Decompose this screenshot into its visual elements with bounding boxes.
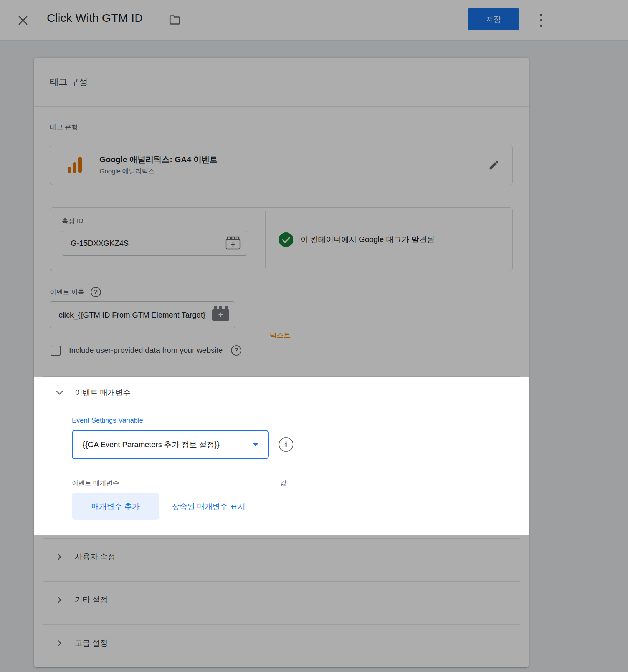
info-icon[interactable]: i (279, 437, 293, 452)
divider (43, 376, 520, 377)
more-options-icon[interactable] (534, 11, 549, 30)
event-name-input-group: + (50, 301, 235, 328)
measurement-label: 측정 ID (62, 217, 83, 226)
page-title[interactable]: Click With GTM ID (47, 12, 148, 30)
measurement-box: 측정 ID 이 컨테이너에서 Google 태그가 발견됨 (50, 207, 513, 271)
user-data-row: Include user-provided data from your web… (51, 345, 241, 356)
chevron-right-icon (55, 595, 64, 604)
esv-dropdown[interactable]: {{GA Event Parameters 추가 정보 설정}} (72, 430, 269, 459)
chevron-down-icon (55, 388, 64, 397)
divider (265, 211, 266, 268)
help-icon[interactable]: ? (91, 287, 101, 297)
tag-type-box[interactable]: Google 애널리틱스: GA4 이벤트 Google 애널리틱스 (50, 145, 513, 185)
dropdown-caret-icon (253, 443, 259, 446)
add-parameter-button[interactable]: 매개변수 추가 (72, 493, 159, 520)
edit-icon[interactable] (476, 159, 512, 171)
close-icon[interactable] (15, 13, 31, 28)
variable-brick-icon[interactable]: + (207, 302, 235, 328)
divider (43, 581, 520, 582)
user-data-checkbox[interactable] (51, 346, 61, 356)
chevron-right-icon (55, 552, 64, 562)
folder-icon[interactable] (168, 13, 182, 27)
event-params-title: 이벤트 매개변수 (75, 387, 131, 398)
divider (43, 538, 520, 539)
event-name-input[interactable] (50, 302, 207, 328)
tag-type-label: 태그 유형 (50, 123, 78, 132)
user-data-label: Include user-provided data from your web… (69, 346, 223, 355)
top-bar: Click With GTM ID 저장 (0, 0, 628, 41)
text-type-toggle[interactable]: 텍스트 (270, 331, 291, 341)
card-title: 태그 구성 (50, 76, 88, 88)
section-label: 사용자 속성 (75, 552, 116, 562)
divider (34, 106, 529, 107)
tag-type-text: Google 애널리틱스: GA4 이벤트 Google 애널리틱스 (99, 154, 476, 176)
tag-config-card: 태그 구성 태그 유형 Google 애널리틱스: GA4 이벤트 Google… (34, 58, 529, 667)
check-circle-icon (278, 232, 294, 247)
measurement-input[interactable] (62, 231, 219, 255)
section-other-settings[interactable]: 기타 설정 (55, 595, 108, 605)
section-label: 고급 설정 (75, 638, 108, 648)
chevron-right-icon (55, 639, 64, 648)
divider (43, 624, 520, 625)
help-icon[interactable]: ? (231, 345, 241, 356)
google-analytics-icon (50, 156, 99, 174)
gtag-status-text: 이 컨테이너에서 Google 태그가 발견됨 (301, 234, 435, 245)
event-name-label: 이벤트 이름 (50, 288, 84, 296)
event-params-header[interactable]: 이벤트 매개변수 (55, 387, 131, 398)
tag-type-name: Google 애널리틱스: GA4 이벤트 (99, 154, 476, 165)
event-name-label-row: 이벤트 이름 ? (50, 287, 101, 297)
section-user-properties[interactable]: 사용자 속성 (55, 552, 116, 562)
variable-brick-icon[interactable] (219, 231, 247, 255)
measurement-input-group (62, 231, 247, 256)
section-label: 기타 설정 (75, 595, 108, 605)
show-inherited-link[interactable]: 상속된 매개변수 표시 (172, 501, 245, 512)
esv-label: Event Settings Variable (72, 417, 143, 425)
gtag-status: 이 컨테이너에서 Google 태그가 발견됨 (278, 208, 442, 272)
value-column-label: 값 (280, 479, 287, 488)
save-button[interactable]: 저장 (468, 8, 519, 30)
section-advanced-settings[interactable]: 고급 설정 (55, 638, 108, 648)
param-column-label: 이벤트 매개변수 (72, 479, 119, 488)
tag-type-vendor: Google 애널리틱스 (99, 167, 476, 176)
esv-value: {{GA Event Parameters 추가 정보 설정}} (83, 440, 247, 450)
